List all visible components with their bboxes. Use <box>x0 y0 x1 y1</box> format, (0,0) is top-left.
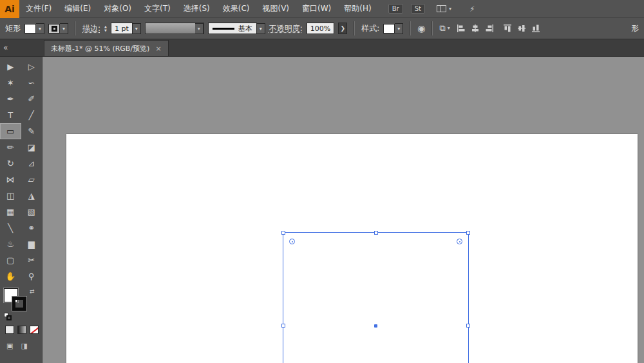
width-tool[interactable]: ⋈ <box>0 172 21 188</box>
center-point-indicator <box>374 324 377 328</box>
selection-handle-nw[interactable] <box>281 231 285 235</box>
lasso-tool[interactable]: ∽ <box>21 75 43 91</box>
rotate-tool[interactable]: ↻ <box>0 155 21 172</box>
menu-object[interactable]: 对象(O) <box>97 0 138 17</box>
opacity-field[interactable]: 100% <box>307 23 334 34</box>
stroke-weight-field[interactable]: 1 pt <box>111 23 133 34</box>
chevron-down-icon[interactable]: ▾ <box>195 23 204 34</box>
bridge-button[interactable]: Br <box>388 4 403 14</box>
brush-definition-dropdown[interactable]: ▾ <box>145 23 204 34</box>
blob-brush-tool[interactable]: ✐ <box>21 91 43 107</box>
divider <box>431 21 433 35</box>
paint-mode-buttons <box>5 326 42 334</box>
opacity-more-button[interactable]: ❯ <box>338 23 347 34</box>
align-vertical-center-icon[interactable] <box>517 24 526 33</box>
stroke-weight-label[interactable]: 描边: <box>82 23 100 34</box>
default-fill-stroke-icon[interactable] <box>4 313 12 320</box>
menu-window[interactable]: 窗口(W) <box>296 0 337 17</box>
shape-builder-tool[interactable]: ◫ <box>0 188 21 204</box>
menu-view[interactable]: 视图(V) <box>256 0 296 17</box>
chevron-down-icon: ▾ <box>449 6 451 12</box>
paintbrush-tool[interactable]: ✎ <box>21 123 43 139</box>
menu-edit[interactable]: 编辑(E) <box>58 0 97 17</box>
chevron-down-icon[interactable]: ▾ <box>395 23 403 34</box>
stroke-profile-control[interactable]: 基本 ▾ <box>208 23 265 34</box>
line-segment-tool[interactable]: ╱ <box>21 107 43 123</box>
stroke-color-swatch[interactable] <box>12 297 26 311</box>
close-tab-icon[interactable]: × <box>155 44 161 53</box>
recolor-artwork-icon[interactable]: ◉ <box>417 23 425 34</box>
chevron-down-icon[interactable]: ▾ <box>36 23 44 34</box>
chevron-down-icon[interactable]: ▾ <box>257 23 265 34</box>
selection-handle-e[interactable] <box>466 324 470 328</box>
stepper-down-icon[interactable]: ▼ <box>104 29 107 32</box>
column-graph-tool[interactable]: ▆ <box>21 236 43 252</box>
active-tool-label: 矩形 <box>5 23 21 34</box>
stroke-color-control[interactable]: ▾ <box>48 23 68 34</box>
none-button[interactable] <box>30 326 39 334</box>
eyedropper-tool[interactable]: ╲ <box>0 220 21 236</box>
perspective-grid-tool[interactable]: ◮ <box>21 188 43 204</box>
swap-fill-stroke-icon[interactable]: ⇄ <box>30 288 35 295</box>
direct-selection-tool[interactable]: ▷ <box>21 59 43 75</box>
menu-type[interactable]: 文字(T) <box>138 0 177 17</box>
style-control[interactable]: ▾ <box>383 23 403 34</box>
selected-rectangle[interactable] <box>283 232 469 363</box>
align-horizontal-left-icon[interactable] <box>457 24 466 33</box>
opacity-label[interactable]: 不透明度: <box>269 23 303 34</box>
collapse-panel-icon[interactable]: « <box>3 43 8 52</box>
color-button[interactable] <box>5 326 14 334</box>
stepper-up-icon[interactable]: ▲ <box>104 25 107 28</box>
eraser-tool[interactable]: ◪ <box>21 139 43 155</box>
menu-help[interactable]: 帮助(H) <box>337 0 377 17</box>
zoom-tool[interactable]: ⚲ <box>21 268 43 284</box>
stock-button[interactable]: St <box>411 4 425 14</box>
live-corner-widget-ne[interactable] <box>457 239 462 244</box>
document-tab[interactable]: 未标题-1* @ 51% (RGB/预览) × <box>44 40 169 56</box>
gradient-button[interactable] <box>17 326 26 334</box>
stroke-weight-field-group[interactable]: 1 pt ▾ <box>111 23 141 34</box>
align-horizontal-right-icon[interactable] <box>485 24 494 33</box>
mesh-tool[interactable]: ▦ <box>0 204 21 220</box>
symbol-sprayer-tool[interactable]: ♨ <box>0 236 21 252</box>
selection-handle-n[interactable] <box>374 231 378 235</box>
draw-mode-icon[interactable]: ▣ <box>6 342 13 350</box>
artboard-tool[interactable]: ▢ <box>0 252 21 268</box>
chevron-down-icon[interactable]: ▾ <box>60 23 68 34</box>
selection-handle-w[interactable] <box>281 324 285 328</box>
free-transform-tool[interactable]: ▱ <box>21 172 43 188</box>
style-swatch-icon <box>383 24 395 34</box>
pencil-tool[interactable]: ✏ <box>0 139 21 155</box>
rectangle-tool[interactable]: ▭ <box>0 123 21 139</box>
document-icon: ⧉ <box>439 23 445 34</box>
align-vertical-bottom-icon[interactable] <box>531 24 540 33</box>
blend-tool[interactable]: ⚭ <box>21 220 43 236</box>
type-tool[interactable]: T <box>0 107 21 123</box>
menu-effect[interactable]: 效果(C) <box>216 0 256 17</box>
hand-tool[interactable]: ✋ <box>0 268 21 284</box>
menu-file[interactable]: 文件(F) <box>19 0 58 17</box>
magic-wand-tool[interactable]: ✶ <box>0 75 21 91</box>
artboard[interactable] <box>66 134 638 363</box>
selection-tool[interactable]: ▶ <box>0 59 21 75</box>
pen-tool[interactable]: ✒ <box>0 91 21 107</box>
stroke-weight-stepper[interactable]: ▲ ▼ <box>104 25 107 32</box>
align-horizontal-center-icon[interactable] <box>471 24 480 33</box>
live-corner-widget-nw[interactable] <box>289 239 295 244</box>
canvas[interactable] <box>43 57 644 363</box>
align-to-selection-control[interactable]: ⧉ ▾ <box>439 23 450 34</box>
stroke-profile-dropdown[interactable]: 基本 <box>208 23 257 34</box>
gradient-tool[interactable]: ▧ <box>21 204 43 220</box>
align-vertical-top-icon[interactable] <box>503 24 512 33</box>
chevron-down-icon[interactable]: ▾ <box>133 23 141 34</box>
document-tab-title: 未标题-1* @ 51% (RGB/预览) <box>51 44 149 54</box>
scale-tool[interactable]: ⊿ <box>21 155 43 172</box>
selection-handle-ne[interactable] <box>466 231 470 235</box>
menu-select[interactable]: 选择(S) <box>177 0 216 17</box>
screen-mode-icon[interactable]: ◨ <box>21 342 27 350</box>
divider <box>354 21 355 35</box>
sync-settings-icon[interactable]: ⚡ <box>469 5 475 14</box>
slice-tool[interactable]: ✂ <box>21 252 43 268</box>
fill-color-control[interactable]: ▾ <box>24 23 44 34</box>
workspace-switcher[interactable]: ▾ <box>437 5 451 12</box>
